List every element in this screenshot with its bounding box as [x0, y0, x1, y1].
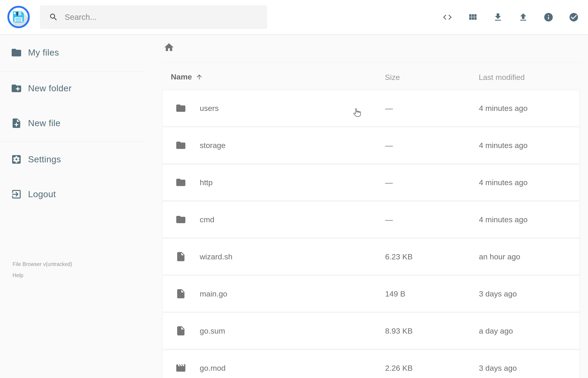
- filebrowser-logo[interactable]: [7, 5, 30, 28]
- file-size: 6.23 KB: [385, 252, 413, 261]
- file-size: —: [385, 141, 393, 150]
- file-row-http[interactable]: http — 4 minutes ago: [162, 164, 580, 201]
- sidebar-item-label: New folder: [28, 83, 71, 93]
- upload-icon: [518, 12, 528, 22]
- file-modified: an hour ago: [479, 252, 520, 261]
- help-link[interactable]: Help: [13, 270, 72, 281]
- file-size: 149 B: [385, 289, 405, 298]
- breadcrumb-home-button[interactable]: [163, 42, 175, 53]
- sidebar-footer: File Browser v(untracked) Help: [13, 259, 72, 281]
- sidebar-item-label: New file: [28, 118, 61, 128]
- switch-view-button[interactable]: [468, 12, 478, 22]
- select-multiple-button[interactable]: [569, 12, 579, 22]
- file-row-go-sum[interactable]: go.sum 8.93 KB a day ago: [162, 313, 580, 349]
- file-modified: 3 days ago: [479, 364, 517, 373]
- file-name: wizard.sh: [200, 252, 232, 261]
- sidebar-item-new-file[interactable]: New file: [0, 106, 144, 140]
- code-icon: [442, 12, 453, 22]
- file-name: storage: [200, 141, 226, 150]
- folder-icon: [175, 103, 186, 114]
- file-row-users[interactable]: users — 4 minutes ago: [162, 90, 580, 126]
- download-icon: [493, 12, 503, 22]
- column-header-modified[interactable]: Last modified: [479, 73, 525, 82]
- info-button[interactable]: [543, 12, 554, 22]
- file-row-go-mod[interactable]: go.mod 2.26 KB 3 days ago: [162, 350, 580, 378]
- settings-icon: [11, 154, 22, 165]
- view-module-icon: [468, 12, 478, 22]
- home-icon: [163, 42, 174, 53]
- file-size: 8.93 KB: [385, 326, 413, 336]
- sidebar-divider: [0, 141, 144, 141]
- info-icon: [543, 12, 554, 22]
- search-icon: [49, 13, 58, 22]
- file-name: main.go: [200, 289, 227, 298]
- breadcrumb-divider: [162, 62, 580, 62]
- file-name: go.mod: [200, 364, 226, 373]
- file-name: http: [200, 178, 213, 187]
- file-icon: [175, 325, 186, 336]
- search-placeholder: Search...: [65, 13, 96, 22]
- file-size: —: [385, 104, 393, 113]
- file-icon: [175, 288, 186, 299]
- sidebar-item-label: My files: [28, 48, 59, 58]
- arrow-upward-icon: [196, 73, 203, 81]
- file-modified: 4 minutes ago: [479, 104, 528, 113]
- floppy-disk-icon: [7, 5, 30, 28]
- file-modified: 4 minutes ago: [479, 215, 528, 224]
- sidebar-item-label: Settings: [28, 154, 61, 164]
- file-row-cmd[interactable]: cmd — 4 minutes ago: [162, 201, 580, 238]
- file-modified: a day ago: [479, 326, 513, 336]
- folder-icon: [175, 177, 186, 188]
- column-header-size[interactable]: Size: [385, 73, 400, 82]
- listing-rows: users — 4 minutes ago storage — 4 minute…: [162, 90, 580, 378]
- sidebar-item-my-files[interactable]: My files: [0, 36, 144, 70]
- file-modified: 4 minutes ago: [479, 178, 528, 187]
- upload-button[interactable]: [518, 12, 528, 22]
- file-size: 2.26 KB: [385, 364, 413, 373]
- logout-icon: [11, 189, 22, 200]
- file-name: users: [200, 104, 219, 113]
- file-row-storage[interactable]: storage — 4 minutes ago: [162, 127, 580, 163]
- folder-icon: [175, 140, 186, 151]
- new-file-icon: [11, 118, 22, 129]
- file-size: —: [385, 215, 393, 224]
- file-modified: 4 minutes ago: [479, 141, 528, 150]
- file-size: —: [385, 178, 393, 187]
- file-name: cmd: [200, 215, 214, 224]
- sidebar-item-new-folder[interactable]: New folder: [0, 71, 144, 106]
- file-modified: 3 days ago: [479, 289, 517, 298]
- check-circle-icon: [569, 12, 579, 22]
- app-version-text: File Browser v(untracked): [13, 259, 72, 270]
- file-row-wizard-sh[interactable]: wizard.sh 6.23 KB an hour ago: [162, 238, 580, 275]
- sidebar-item-logout[interactable]: Logout: [0, 177, 144, 211]
- folder-icon: [11, 47, 22, 58]
- sidebar: My files New folder New file Settings Lo…: [0, 34, 144, 378]
- download-button[interactable]: [493, 12, 503, 22]
- movie-icon: [175, 363, 186, 373]
- shell-button[interactable]: [442, 12, 453, 22]
- column-header-name[interactable]: Name: [171, 72, 203, 81]
- sidebar-item-settings[interactable]: Settings: [0, 142, 144, 176]
- listing-column-headers: Name Size Last modified: [162, 72, 580, 83]
- file-name: go.sum: [200, 326, 225, 336]
- file-row-main-go[interactable]: main.go 149 B 3 days ago: [162, 276, 580, 312]
- sidebar-item-label: Logout: [28, 189, 56, 199]
- header-actions: [442, 0, 579, 34]
- create-new-folder-icon: [11, 83, 22, 94]
- search-input[interactable]: Search...: [40, 5, 267, 29]
- file-icon: [175, 251, 186, 262]
- app-header: Search...: [0, 0, 588, 34]
- folder-icon: [175, 214, 186, 225]
